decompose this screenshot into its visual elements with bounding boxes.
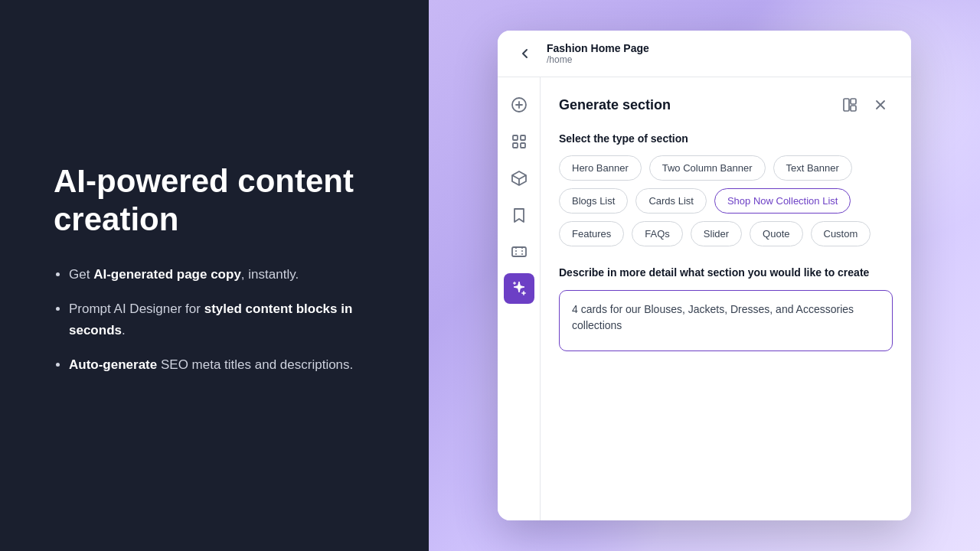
chip-custom[interactable]: Custom <box>811 221 871 246</box>
describe-label: Describe in more detail what section you… <box>559 265 893 281</box>
panel-view-button[interactable] <box>838 93 862 117</box>
feature-bold-3: Auto-generate <box>69 357 157 372</box>
svg-rect-7 <box>851 99 856 104</box>
svg-rect-5 <box>512 247 526 256</box>
sidebar-item-add[interactable] <box>504 90 534 120</box>
describe-textarea[interactable] <box>559 290 893 351</box>
panel-close-button[interactable] <box>868 93 893 117</box>
back-button[interactable] <box>513 41 537 66</box>
feature-item-3: Auto-generate SEO meta titles and descri… <box>69 354 375 377</box>
svg-rect-3 <box>513 143 518 148</box>
feature-list: Get AI-generated page copy, instantly. P… <box>54 264 375 390</box>
chip-slider[interactable]: Slider <box>691 221 742 246</box>
sidebar-item-bookmark[interactable] <box>504 200 534 230</box>
app-window: Fashion Home Page /home <box>498 31 911 520</box>
window-body: Generate section <box>498 77 911 520</box>
left-panel: AI-powered content creation Get AI-gener… <box>0 0 429 551</box>
sidebar-item-ticket[interactable] <box>504 236 534 267</box>
chips-container: Hero BannerTwo Column BannerText BannerB… <box>559 155 893 246</box>
svg-rect-4 <box>521 143 525 148</box>
chip-text-banner[interactable]: Text Banner <box>773 155 852 181</box>
feature-item-2: Prompt AI Designer for styled content bl… <box>69 298 375 343</box>
top-bar-info: Fashion Home Page /home <box>547 42 649 65</box>
sidebar <box>498 77 541 520</box>
top-bar: Fashion Home Page /home <box>498 31 911 77</box>
page-path: /home <box>547 54 649 65</box>
page-title: Fashion Home Page <box>547 42 649 54</box>
feature-item-1: Get AI-generated page copy, instantly. <box>69 264 375 286</box>
chip-cards-list[interactable]: Cards List <box>635 188 707 214</box>
right-panel: Fashion Home Page /home <box>429 0 980 551</box>
sidebar-item-layout[interactable] <box>504 126 534 157</box>
main-content: Generate section <box>541 77 911 520</box>
sidebar-item-sparkles[interactable] <box>504 273 534 304</box>
panel-header: Generate section <box>559 93 893 117</box>
chip-features[interactable]: Features <box>559 221 624 246</box>
sidebar-item-box[interactable] <box>504 163 534 194</box>
chip-quote[interactable]: Quote <box>750 221 802 246</box>
svg-rect-8 <box>851 106 856 111</box>
chip-faqs[interactable]: FAQs <box>632 221 683 246</box>
svg-rect-6 <box>844 99 849 111</box>
feature-bold-1: AI-generated page copy <box>93 267 241 282</box>
panel-actions <box>838 93 893 117</box>
svg-rect-1 <box>513 135 518 140</box>
main-heading: AI-powered content creation <box>54 162 375 240</box>
panel-title: Generate section <box>559 97 671 113</box>
chip-blogs-list[interactable]: Blogs List <box>559 188 628 214</box>
svg-rect-2 <box>521 135 525 140</box>
feature-bold-2: styled content blocks in seconds <box>69 302 352 338</box>
section-type-label: Select the type of section <box>559 132 893 145</box>
chip-shop-now-collection-list[interactable]: Shop Now Collection List <box>714 188 851 214</box>
chip-two-column-banner[interactable]: Two Column Banner <box>649 155 766 181</box>
chip-hero-banner[interactable]: Hero Banner <box>559 155 642 181</box>
